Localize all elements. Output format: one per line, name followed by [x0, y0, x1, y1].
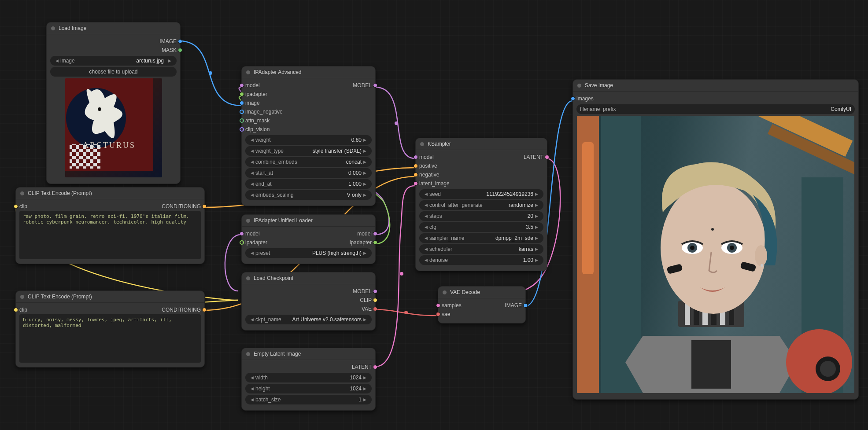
- output-port-conditioning[interactable]: [202, 204, 207, 209]
- start-at-widget[interactable]: ◀start_at0.000▶: [245, 168, 372, 178]
- sampler-name-widget[interactable]: ◀sampler_namedpmpp_2m_sde▶: [419, 233, 543, 243]
- input-port-latent[interactable]: [414, 181, 418, 186]
- collapse-icon[interactable]: [420, 142, 424, 146]
- chevron-right-icon[interactable]: ▶: [533, 203, 540, 207]
- choose-file-button[interactable]: choose file to upload: [50, 67, 177, 77]
- collapse-icon[interactable]: [20, 295, 24, 299]
- input-port-images[interactable]: [571, 96, 575, 101]
- titlebar[interactable]: IPAdapter Advanced: [242, 66, 375, 78]
- chevron-left-icon[interactable]: ◀: [423, 247, 429, 251]
- chevron-right-icon[interactable]: ▶: [533, 192, 540, 196]
- chevron-left-icon[interactable]: ◀: [249, 193, 255, 197]
- node-load-image[interactable]: Load Image IMAGE MASK ◀ image arcturus.j…: [46, 22, 181, 184]
- collapse-icon[interactable]: [577, 84, 581, 88]
- chevron-left-icon[interactable]: ◀: [54, 59, 60, 63]
- ckpt-name-widget[interactable]: ◀ckpt_nameArt Universe v2.0.safetensors▶: [245, 315, 372, 324]
- collapse-icon[interactable]: [246, 219, 250, 223]
- output-port-model[interactable]: [373, 83, 377, 88]
- chevron-left-icon[interactable]: ◀: [249, 397, 255, 402]
- titlebar[interactable]: KSampler: [416, 138, 547, 150]
- chevron-left-icon[interactable]: ◀: [249, 251, 255, 255]
- output-port-latent[interactable]: [373, 365, 377, 369]
- node-vae-decode[interactable]: VAE Decode samples IMAGE vae: [438, 286, 526, 323]
- chevron-right-icon[interactable]: ▶: [362, 386, 368, 391]
- node-empty-latent-image[interactable]: Empty Latent Image LATENT ◀width1024▶ ◀h…: [241, 348, 376, 411]
- input-port-model[interactable]: [240, 83, 244, 88]
- input-port-clip[interactable]: [14, 204, 18, 209]
- output-port-latent[interactable]: [545, 155, 549, 159]
- chevron-right-icon[interactable]: ▶: [362, 138, 368, 142]
- input-port-attn-mask[interactable]: [240, 118, 244, 123]
- chevron-right-icon[interactable]: ▶: [362, 182, 368, 186]
- chevron-right-icon[interactable]: ▶: [362, 149, 368, 153]
- titlebar[interactable]: Empty Latent Image: [242, 348, 375, 360]
- end-at-widget[interactable]: ◀end_at1.000▶: [245, 179, 372, 189]
- chevron-left-icon[interactable]: ◀: [249, 182, 255, 186]
- filename-prefix-widget[interactable]: filename_prefixComfyUI: [576, 104, 855, 114]
- titlebar[interactable]: Load Checkpoint: [242, 272, 375, 284]
- node-save-image[interactable]: Save Image images filename_prefixComfyUI: [573, 79, 859, 400]
- combine-embeds-widget[interactable]: ◀combine_embedsconcat▶: [245, 157, 372, 167]
- output-port-conditioning[interactable]: [202, 308, 207, 312]
- output-port-vae[interactable]: [373, 307, 377, 311]
- input-port-image-negative[interactable]: [240, 110, 244, 114]
- width-widget[interactable]: ◀width1024▶: [245, 373, 372, 382]
- collapse-icon[interactable]: [246, 276, 250, 280]
- output-port-mask[interactable]: [178, 48, 182, 52]
- scheduler-widget[interactable]: ◀schedulerkarras▶: [419, 244, 543, 254]
- chevron-right-icon[interactable]: ▶: [533, 214, 540, 218]
- chevron-right-icon[interactable]: ▶: [533, 247, 540, 251]
- collapse-icon[interactable]: [20, 191, 24, 195]
- image-select-widget[interactable]: ◀ image arcturus.jpg ▶: [50, 56, 177, 66]
- chevron-right-icon[interactable]: ▶: [362, 397, 368, 402]
- titlebar[interactable]: IPAdapter Unified Loader: [242, 215, 375, 227]
- chevron-left-icon[interactable]: ◀: [423, 258, 429, 262]
- titlebar[interactable]: Save Image: [573, 80, 858, 92]
- node-ipadapter-unified-loader[interactable]: IPAdapter Unified Loader model model ipa…: [241, 214, 376, 264]
- input-port-ipadapter[interactable]: [240, 240, 244, 245]
- steps-widget[interactable]: ◀steps20▶: [419, 211, 543, 221]
- chevron-left-icon[interactable]: ◀: [249, 160, 255, 164]
- node-clip-text-encode-positive[interactable]: CLIP Text Encode (Prompt) clip CONDITION…: [15, 187, 205, 264]
- chevron-left-icon[interactable]: ◀: [249, 375, 255, 380]
- collapse-icon[interactable]: [246, 70, 250, 74]
- titlebar[interactable]: VAE Decode: [438, 287, 525, 298]
- chevron-right-icon[interactable]: ▶: [362, 375, 368, 380]
- input-port-positive[interactable]: [414, 164, 418, 168]
- output-port-model[interactable]: [373, 289, 377, 294]
- chevron-left-icon[interactable]: ◀: [423, 225, 429, 229]
- node-ipadapter-advanced[interactable]: IPAdapter Advanced model MODEL ipadapter…: [241, 66, 376, 206]
- input-port-clip[interactable]: [14, 308, 18, 312]
- chevron-right-icon[interactable]: ▶: [362, 171, 368, 175]
- input-port-negative[interactable]: [414, 173, 418, 177]
- node-ksampler[interactable]: KSampler model LATENT positive negative …: [415, 138, 547, 271]
- input-port-image[interactable]: [240, 101, 244, 105]
- chevron-right-icon[interactable]: ▶: [533, 236, 540, 240]
- chevron-right-icon[interactable]: ▶: [533, 258, 540, 262]
- chevron-left-icon[interactable]: ◀: [249, 138, 255, 142]
- control-after-generate-widget[interactable]: ◀control_after_generaterandomize▶: [419, 200, 543, 210]
- titlebar[interactable]: CLIP Text Encode (Prompt): [16, 187, 204, 199]
- prompt-textarea[interactable]: blurry, noisy, messy, lowres, jpeg, arti…: [19, 314, 201, 363]
- batch-size-widget[interactable]: ◀batch_size1▶: [245, 395, 372, 404]
- output-port-model[interactable]: [373, 232, 377, 236]
- chevron-left-icon[interactable]: ◀: [423, 192, 429, 196]
- node-load-checkpoint[interactable]: Load Checkpoint MODEL CLIP VAE ◀ckpt_nam…: [241, 272, 376, 331]
- chevron-left-icon[interactable]: ◀: [423, 236, 429, 240]
- chevron-left-icon[interactable]: ◀: [249, 149, 255, 153]
- output-port-image[interactable]: [523, 303, 528, 308]
- seed-widget[interactable]: ◀seed1119224524919236▶: [419, 189, 543, 199]
- embeds-scaling-widget[interactable]: ◀embeds_scalingV only▶: [245, 190, 372, 200]
- collapse-icon[interactable]: [246, 352, 250, 356]
- chevron-right-icon[interactable]: ▶: [362, 251, 368, 255]
- height-widget[interactable]: ◀height1024▶: [245, 384, 372, 393]
- chevron-right-icon[interactable]: ▶: [362, 317, 368, 322]
- titlebar[interactable]: Load Image: [47, 22, 180, 34]
- output-port-clip[interactable]: [373, 298, 377, 302]
- chevron-right-icon[interactable]: ▶: [362, 160, 368, 164]
- preset-widget[interactable]: ◀presetPLUS (high strength)▶: [245, 248, 372, 258]
- chevron-left-icon[interactable]: ◀: [423, 203, 429, 207]
- input-port-vae[interactable]: [436, 312, 440, 316]
- weight-widget[interactable]: ◀weight0.80▶: [245, 135, 372, 145]
- output-port-image[interactable]: [178, 39, 182, 44]
